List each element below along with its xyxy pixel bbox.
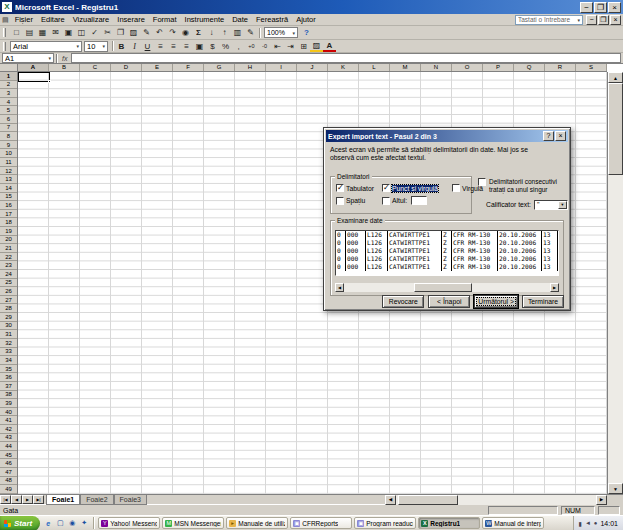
task-button[interactable]: ▣ Program readucere ... [354, 517, 416, 529]
checkbox-icon[interactable] [382, 184, 390, 192]
row-header[interactable]: 30 [0, 322, 17, 331]
currency-icon[interactable]: $ [206, 40, 219, 52]
menu-item[interactable]: Fereastră [252, 14, 292, 25]
media-player-icon[interactable]: ◉ [67, 518, 77, 528]
finish-button[interactable]: Terminare [522, 295, 564, 308]
row-header[interactable]: 49 [0, 485, 17, 494]
row-header[interactable]: 14 [0, 184, 17, 193]
menu-item[interactable]: Fișier [11, 14, 37, 25]
fill-color-icon[interactable]: ▨ [310, 41, 323, 52]
task-button[interactable]: ▣ CFRReports [290, 517, 352, 529]
menu-item[interactable]: Format [149, 14, 181, 25]
chart-wizard-icon[interactable]: ▥ [231, 27, 244, 39]
column-header[interactable]: S [576, 64, 607, 71]
workbook-restore-button[interactable]: ❐ [598, 15, 609, 25]
row-header[interactable]: 20 [0, 236, 17, 245]
column-header[interactable]: O [452, 64, 483, 71]
paste-icon[interactable]: ▨ [127, 27, 140, 39]
column-header[interactable]: G [204, 64, 235, 71]
italic-icon[interactable]: I [128, 40, 141, 52]
row-header[interactable]: 27 [0, 296, 17, 305]
row-header[interactable]: 21 [0, 244, 17, 253]
minimize-button[interactable]: − [580, 2, 593, 13]
text-qualifier-select[interactable]: " ▾ [534, 200, 568, 210]
row-header[interactable]: 42 [0, 425, 17, 434]
volume-icon[interactable]: ◄ [585, 520, 591, 527]
column-header[interactable]: I [266, 64, 297, 71]
scroll-up-icon[interactable]: ▲ [608, 72, 623, 83]
column-header[interactable]: J [297, 64, 328, 71]
horizontal-scroll-track[interactable] [396, 495, 596, 505]
decrease-indent-icon[interactable]: ⇤ [271, 40, 284, 52]
sheet-tab[interactable]: Foaie1 [46, 495, 80, 505]
format-painter-icon[interactable]: ✎ [140, 27, 153, 39]
scroll-right-icon[interactable]: ▶ [550, 283, 559, 292]
row-header[interactable]: 33 [0, 348, 17, 357]
column-header[interactable]: D [111, 64, 142, 71]
row-header[interactable]: 12 [0, 167, 17, 176]
workbook-close-button[interactable]: × [610, 15, 621, 25]
insert-function-icon[interactable]: fx [60, 55, 69, 62]
next-button[interactable]: Următorul > [474, 295, 518, 308]
column-header[interactable]: R [545, 64, 576, 71]
chevron-down-icon[interactable]: ▾ [558, 201, 567, 209]
align-center-icon[interactable]: ≡ [167, 40, 180, 52]
row-header[interactable]: 7 [0, 124, 17, 133]
row-header[interactable]: 31 [0, 330, 17, 339]
drawing-icon[interactable]: ✎ [244, 27, 257, 39]
menu-item[interactable]: Vizualizare [69, 14, 114, 25]
autosum-icon[interactable]: Σ [192, 27, 205, 39]
spelling-icon[interactable]: ✓ [88, 27, 101, 39]
open-icon[interactable]: ▤ [23, 27, 36, 39]
vertical-scrollbar[interactable]: ▲ ▼ [607, 72, 623, 494]
row-header[interactable]: 22 [0, 253, 17, 262]
row-header[interactable]: 4 [0, 98, 17, 107]
font-name-select[interactable]: Arial ▾ [10, 41, 82, 52]
row-header[interactable]: 24 [0, 270, 17, 279]
column-header[interactable]: M [390, 64, 421, 71]
column-header[interactable]: Q [514, 64, 545, 71]
menu-item[interactable]: Ajutor [292, 14, 320, 25]
sheet-nav-button[interactable]: |◀ [0, 495, 11, 504]
row-header[interactable]: 37 [0, 382, 17, 391]
dialog-title-bar[interactable]: Expert import text - Pasul 2 din 3 ? × [326, 130, 568, 142]
internet-explorer-icon[interactable]: e [43, 518, 53, 528]
delimiter-option[interactable]: Altul: [382, 196, 452, 205]
cut-icon[interactable]: ✂ [101, 27, 114, 39]
column-header[interactable]: F [173, 64, 204, 71]
delimiter-option[interactable]: Tabulator [336, 184, 382, 192]
column-header[interactable]: E [142, 64, 173, 71]
row-header[interactable]: 44 [0, 442, 17, 451]
menu-item[interactable]: Inserare [113, 14, 149, 25]
column-header[interactable]: B [49, 64, 80, 71]
increase-indent-icon[interactable]: ⇥ [284, 40, 297, 52]
align-left-icon[interactable]: ≡ [154, 40, 167, 52]
vertical-scroll-track[interactable] [608, 83, 623, 483]
column-header[interactable]: P [483, 64, 514, 71]
font-size-select[interactable]: 10 ▾ [84, 41, 108, 52]
horizontal-scrollbar[interactable]: ◀ ▶ [385, 495, 607, 505]
sheet-nav-button[interactable]: ▶| [33, 495, 44, 504]
row-header[interactable]: 29 [0, 313, 17, 322]
row-header[interactable]: 35 [0, 365, 17, 374]
checkbox-icon[interactable] [478, 178, 486, 186]
scroll-down-icon[interactable]: ▼ [608, 483, 623, 494]
row-header[interactable]: 3 [0, 89, 17, 98]
row-header[interactable]: 13 [0, 175, 17, 184]
task-button[interactable]: ▸ Manuale de utilizare [226, 517, 288, 529]
print-preview-icon[interactable]: ◫ [75, 27, 88, 39]
task-button[interactable]: M MSN Messenger [162, 517, 224, 529]
font-color-icon[interactable]: A [323, 41, 336, 52]
dialog-close-icon[interactable]: × [555, 131, 566, 141]
underline-icon[interactable]: U [141, 40, 154, 52]
network-icon[interactable]: ▮ [579, 520, 582, 527]
save-icon[interactable]: ▦ [36, 27, 49, 39]
sheet-nav-button[interactable]: ▶ [22, 495, 33, 504]
formula-input[interactable] [71, 53, 621, 63]
select-all-corner[interactable] [0, 64, 18, 72]
close-button[interactable]: × [608, 2, 621, 13]
preview-horizontal-scrollbar[interactable]: ◀ ▶ [335, 283, 559, 292]
row-header[interactable]: 25 [0, 279, 17, 288]
row-header[interactable]: 36 [0, 373, 17, 382]
undo-icon[interactable]: ↶ [153, 27, 166, 39]
